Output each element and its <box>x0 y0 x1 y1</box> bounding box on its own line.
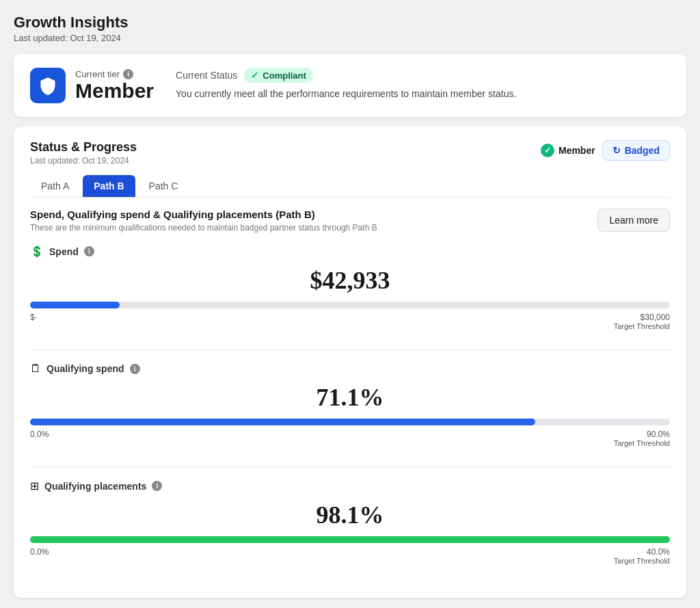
badged-button-label: Badged <box>625 145 660 156</box>
status-badge: ✓ Compliant <box>244 68 313 83</box>
tier-left: Current tier i Member <box>30 68 154 103</box>
section-subtitle: These are the minimum qualifications nee… <box>30 223 377 233</box>
qualifying-spend-threshold-label: Target Threshold <box>614 439 670 447</box>
tier-label: Current tier i <box>75 69 154 79</box>
qualifying-placements-target: 40.0% Target Threshold <box>614 547 670 565</box>
tier-right: Current Status ✓ Compliant You currently… <box>176 68 670 99</box>
qualifying-spend-progress-bar <box>30 419 670 425</box>
spend-max-label: $30,000 <box>614 313 670 322</box>
spend-label-row: 💲 Spend i <box>30 245 670 258</box>
qualifying-placements-max-label: 40.0% <box>614 547 670 557</box>
status-description: You currently meet all the performance r… <box>176 88 670 99</box>
check-icon: ✓ <box>251 70 259 81</box>
spend-label: Spend <box>49 246 79 257</box>
section-title: Spend, Qualifying spend & Qualifying pla… <box>30 209 377 220</box>
tab-path-c[interactable]: Path C <box>138 175 189 197</box>
section-header: Spend, Qualifying spend & Qualifying pla… <box>30 209 670 233</box>
member-button-label: Member <box>558 145 595 156</box>
qualifying-spend-value: 71.1% <box>30 383 670 412</box>
member-check-icon: ✓ <box>541 144 554 157</box>
qualifying-spend-progress-labels: 0.0% 90.0% Target Threshold <box>30 429 670 447</box>
qualifying-spend-info-icon[interactable]: i <box>130 364 140 374</box>
tab-path-a[interactable]: Path A <box>30 175 80 197</box>
tier-info: Current tier i Member <box>75 69 154 103</box>
metric-qualifying-placements: ⊞ Qualifying placements i 98.1% 0.0% 40.… <box>30 479 670 565</box>
section-header-left: Spend, Qualifying spend & Qualifying pla… <box>30 209 377 233</box>
tier-info-icon[interactable]: i <box>123 69 133 79</box>
dollar-icon: 💲 <box>30 245 44 258</box>
refresh-icon: ↻ <box>612 145 621 156</box>
grid-icon: ⊞ <box>30 479 39 492</box>
tier-card: Current tier i Member Current Status ✓ C… <box>14 54 686 117</box>
progress-card: Status & Progress Last updated: Oct 19, … <box>14 127 686 598</box>
qualifying-spend-min-label: 0.0% <box>30 429 49 447</box>
qualifying-placements-min-label: 0.0% <box>30 547 49 565</box>
spend-info-icon[interactable]: i <box>84 246 94 256</box>
qualifying-placements-progress-fill <box>30 536 670 543</box>
status-label: Current Status <box>176 70 237 81</box>
progress-header-left: Status & Progress Last updated: Oct 19, … <box>30 140 137 166</box>
tier-icon <box>30 68 66 103</box>
spend-progress-fill <box>30 302 120 308</box>
qualifying-spend-target: 90.0% Target Threshold <box>614 429 670 447</box>
qualifying-spend-max-label: 90.0% <box>614 429 670 439</box>
spend-value: $42,933 <box>30 266 670 295</box>
shield-icon <box>38 76 57 95</box>
progress-last-updated: Last updated: Oct 19, 2024 <box>30 156 137 166</box>
qualifying-spend-label: Qualifying spend <box>46 363 124 374</box>
metric-spend: 💲 Spend i $42,933 $· $30,000 Target Thre… <box>30 245 670 330</box>
qualifying-placements-label-row: ⊞ Qualifying placements i <box>30 479 670 492</box>
status-badge-text: Compliant <box>262 70 306 81</box>
spend-progress-labels: $· $30,000 Target Threshold <box>30 313 670 330</box>
qualifying-placements-progress-labels: 0.0% 40.0% Target Threshold <box>30 547 670 565</box>
metric-qualifying-spend: 🗒 Qualifying spend i 71.1% 0.0% 90.0% Ta… <box>30 362 670 447</box>
qualifying-placements-threshold-label: Target Threshold <box>614 557 670 565</box>
divider-1 <box>30 349 670 350</box>
spend-progress-bar <box>30 302 670 308</box>
spend-threshold-label: Target Threshold <box>614 322 670 330</box>
qualifying-placements-progress-bar <box>30 536 670 543</box>
path-tabs: Path A Path B Path C <box>30 175 670 198</box>
spend-target: $30,000 Target Threshold <box>614 313 670 330</box>
qualifying-placements-value: 98.1% <box>30 501 670 529</box>
status-row: Current Status ✓ Compliant <box>176 68 670 83</box>
learn-more-button[interactable]: Learn more <box>597 209 670 232</box>
qualifying-spend-label-row: 🗒 Qualifying spend i <box>30 362 670 375</box>
tier-name: Member <box>75 79 154 103</box>
spend-min-label: $· <box>30 313 37 330</box>
qualifying-placements-info-icon[interactable]: i <box>152 481 162 491</box>
qualifying-placements-label: Qualifying placements <box>44 481 146 492</box>
page-title: Growth Insights <box>14 14 686 31</box>
qualifying-spend-progress-fill <box>30 419 535 425</box>
tab-path-b[interactable]: Path B <box>83 175 135 197</box>
badged-button[interactable]: ↻ Badged <box>602 140 670 161</box>
header-right: ✓ Member ↻ Badged <box>541 140 670 161</box>
progress-card-header: Status & Progress Last updated: Oct 19, … <box>30 140 670 166</box>
page-last-updated: Last updated: Oct 19, 2024 <box>14 33 686 43</box>
progress-title: Status & Progress <box>30 140 137 155</box>
divider-2 <box>30 466 670 467</box>
table-icon: 🗒 <box>30 362 41 375</box>
member-button[interactable]: ✓ Member <box>541 144 595 157</box>
